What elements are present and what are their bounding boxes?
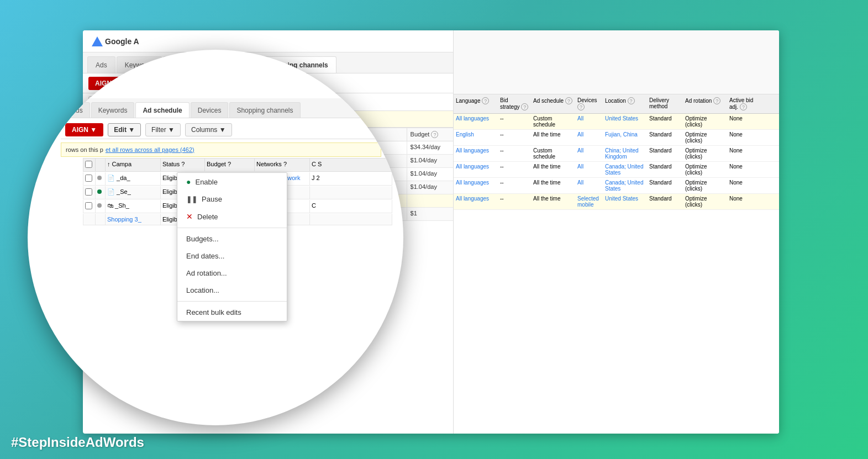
r6-schedule: All the time [531, 194, 575, 209]
r4-delivery: Standard [647, 162, 683, 177]
pause-icon: ❚❚ [186, 196, 197, 203]
r5-schedule: All the time [531, 178, 575, 193]
r5-location: Canada; United States [603, 178, 647, 193]
r5-lang: All languages [454, 178, 498, 193]
r2-devices: All [575, 130, 603, 145]
r1-delivery: Standard [647, 114, 683, 129]
r5-bid: -- [498, 178, 531, 193]
r6-bid: -- [498, 194, 531, 209]
r2-location: Fujian, China [603, 130, 647, 145]
r1-rotation: Optimize (clicks) [683, 114, 727, 129]
circle-content: Ads Keywords Ad schedule Devices Shoppin… [28, 50, 403, 425]
menu-item-location[interactable]: Location... [177, 282, 287, 299]
logo-icon [92, 36, 103, 46]
delete-x-icon: ✕ [186, 212, 193, 221]
logo-text: Google A [105, 37, 139, 46]
r3-rotation: Optimize (clicks) [683, 146, 727, 161]
r1-devices: All [575, 114, 603, 129]
enable-dot-icon: ● [186, 177, 191, 186]
tab-ads[interactable]: Ads [87, 56, 115, 73]
r6-location: United States [603, 194, 647, 209]
status-dot [97, 176, 102, 180]
r4-bid-adj: None [727, 162, 757, 177]
right-col-bid-strategy: Bid strategy ? [498, 96, 531, 112]
circle-tab-keywords[interactable]: Keywords [91, 102, 135, 118]
right-col-bid-adj: Active bid adj. ? [727, 96, 757, 112]
circle-edit-button[interactable]: Edit ▼ [108, 123, 141, 136]
r6-lang: All languages [454, 194, 498, 209]
r3-devices: All [575, 146, 603, 161]
r4-location: Canada; United States [603, 162, 647, 177]
circle-col-budget: Budget ? [205, 159, 255, 171]
r3-bid: -- [498, 146, 531, 161]
circle-col-status: Status ? [161, 159, 205, 171]
r3-schedule: Custom schedule [531, 146, 575, 161]
right-col-ad-schedule: Ad schedule ? [531, 96, 575, 112]
right-col-rotation: Ad rotation ? [683, 96, 727, 112]
r3-location: China; United Kingdom [603, 146, 647, 161]
menu-item-end-dates[interactable]: End dates... [177, 247, 287, 265]
r4-devices: All [575, 162, 603, 177]
circle-sel-text: rows on this p [66, 146, 103, 153]
r4-rotation: Optimize (clicks) [683, 162, 727, 177]
menu-separator-1 [177, 228, 287, 228]
r2-schedule: All the time [531, 130, 575, 145]
menu-item-budgets[interactable]: Budgets... [177, 230, 287, 247]
menu-item-recent-bulk[interactable]: Recent bulk edits [177, 304, 287, 321]
circle-col-c: C S [310, 159, 343, 171]
circle-filter-button[interactable]: Filter ▼ [145, 123, 181, 136]
circle-tab-bar: Ads Keywords Ad schedule Devices Shoppin… [61, 98, 381, 118]
edit-dropdown-menu: ● Enable ❚❚ Pause ✕ Delete Budgets... En… [177, 172, 287, 321]
r4-lang: All languages [454, 162, 498, 177]
r6-devices: Selected mobile [575, 194, 603, 209]
circle-tab-ad-schedule[interactable]: Ad schedule [135, 102, 189, 118]
r2-lang: English [454, 130, 498, 145]
circle-campaign-button[interactable]: AIGN ▼ [65, 123, 103, 136]
r2-delivery: Standard [647, 130, 683, 145]
r6-delivery: Standard [647, 194, 683, 209]
status-dot [97, 189, 102, 194]
circle-tab-ads[interactable]: Ads [64, 102, 90, 118]
menu-item-enable[interactable]: ● Enable [177, 173, 287, 191]
right-panel: Language ? Bid strategy ? Ad schedule ? … [453, 30, 779, 434]
circle-col-networks: Networks ? [255, 159, 310, 171]
r5-devices: All [575, 178, 603, 193]
r3-lang: All languages [454, 146, 498, 161]
r4-bid: -- [498, 162, 531, 177]
circle-tab-shopping[interactable]: Shopping channels [229, 102, 300, 118]
r4-schedule: All the time [531, 162, 575, 177]
r5-bid-adj: None [727, 178, 757, 193]
circle-table-header: ↑ Campa Status ? Budget ? Networks ? C S [83, 158, 392, 172]
r2-bid: -- [498, 130, 531, 145]
right-col-devices: Devices ? [575, 96, 603, 112]
r1-lang: All languages [454, 114, 498, 129]
right-col-language: Language ? [454, 96, 498, 112]
r5-delivery: Standard [647, 178, 683, 193]
circle-overlay: Ads Keywords Ad schedule Devices Shoppin… [28, 50, 403, 425]
r1-bid: -- [498, 114, 531, 129]
right-col-location: Location ? [603, 96, 647, 112]
r1-schedule: Custom schedule [531, 114, 575, 129]
right-col-delivery: Delivery method [647, 96, 683, 112]
circle-columns-button[interactable]: Columns ▼ [185, 123, 232, 136]
r5-rotation: Optimize (clicks) [683, 178, 727, 193]
circle-toolbar: AIGN ▼ Edit ▼ Filter ▼ Columns ▼ [61, 120, 381, 139]
status-dot [97, 203, 102, 208]
menu-separator-2 [177, 301, 287, 302]
circle-col-campaign[interactable]: ↑ Campa [106, 159, 161, 171]
hashtag-text: #StepInsideAdWords [11, 435, 144, 450]
circle-tab-devices[interactable]: Devices [191, 102, 229, 118]
r6-rotation: Optimize (clicks) [683, 194, 727, 209]
google-ads-logo: Google A [92, 36, 139, 46]
menu-item-delete[interactable]: ✕ Delete [177, 208, 287, 225]
menu-item-pause[interactable]: ❚❚ Pause [177, 191, 287, 208]
r1-bid-adj: None [727, 114, 757, 129]
circle-select-all-link[interactable]: et all rows across all pages (462) [106, 146, 194, 153]
r3-delivery: Standard [647, 146, 683, 161]
header-left: Google A [92, 36, 139, 46]
r3-bid-adj: None [727, 146, 757, 161]
menu-item-ad-rotation[interactable]: Ad rotation... [177, 265, 287, 282]
r6-bid-adj: None [727, 194, 757, 209]
r2-rotation: Optimize (clicks) [683, 130, 727, 145]
budget-help-icon[interactable]: ? [431, 131, 438, 138]
